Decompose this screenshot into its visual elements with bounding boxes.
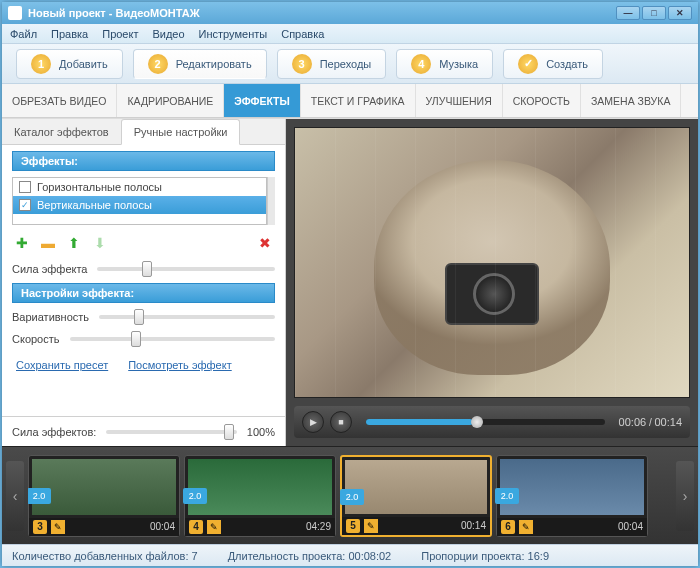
transition-badge[interactable]: 2.0 — [28, 488, 51, 504]
view-effect-link[interactable]: Посмотреть эффект — [128, 359, 232, 371]
move-up-icon[interactable]: ⬆ — [66, 235, 82, 251]
save-preset-link[interactable]: Сохранить пресет — [16, 359, 108, 371]
badge-2: 2 — [148, 54, 168, 74]
subtab-effects[interactable]: ЭФФЕКТЫ — [224, 84, 300, 117]
effect-label: Горизонтальные полосы — [37, 181, 162, 193]
transition-badge[interactable]: 2.0 — [340, 489, 364, 505]
move-down-icon[interactable]: ⬇ — [92, 235, 108, 251]
timeline-next-button[interactable]: › — [676, 461, 694, 531]
stop-button[interactable]: ■ — [330, 411, 352, 433]
edit-icon[interactable]: ✎ — [364, 519, 378, 533]
window-title: Новый проект - ВидеоМОНТАЖ — [28, 7, 200, 19]
subtab-text-graphics[interactable]: ТЕКСТ И ГРАФИКА — [301, 84, 416, 117]
play-button[interactable]: ▶ — [302, 411, 324, 433]
strength-slider[interactable] — [97, 267, 275, 271]
checkbox-checked-icon[interactable]: ✓ — [19, 199, 31, 211]
tab-create-label: Создать — [546, 58, 588, 70]
slider-thumb[interactable] — [224, 424, 234, 440]
tab-edit[interactable]: 2Редактировать — [133, 49, 267, 79]
clip-duration: 00:04 — [618, 521, 643, 532]
player-controls: ▶ ■ 00:06 / 00:14 — [294, 406, 690, 438]
clip-duration: 04:29 — [306, 521, 331, 532]
lp-tab-manual[interactable]: Ручные настройки — [121, 119, 241, 145]
tab-create[interactable]: ✓Создать — [503, 49, 603, 79]
badge-4: 4 — [411, 54, 431, 74]
clips-container: 2.0 3✎00:04 2.0 4✎04:29 2.0 ★ 5✎00:14 2.… — [28, 455, 672, 537]
subtab-enhancements[interactable]: УЛУЧШЕНИЯ — [416, 84, 503, 117]
close-button[interactable]: ✕ — [668, 6, 692, 20]
scrollbar[interactable] — [267, 177, 275, 225]
checkbox-icon[interactable] — [19, 181, 31, 193]
badge-3: 3 — [292, 54, 312, 74]
tab-music[interactable]: 4Музыка — [396, 49, 493, 79]
clip-3[interactable]: 2.0 3✎00:04 — [28, 455, 180, 537]
status-duration: Длительность проекта: 00:08:02 — [228, 550, 392, 562]
lp-tab-catalog[interactable]: Каталог эффектов — [2, 119, 121, 144]
effects-toolbar: ✚ ▬ ⬆ ⬇ ✖ — [12, 231, 275, 255]
slider-thumb[interactable] — [142, 261, 152, 277]
clip-number: 5 — [346, 519, 360, 533]
menu-edit[interactable]: Правка — [51, 28, 88, 40]
clip-duration: 00:04 — [150, 521, 175, 532]
tab-transitions-label: Переходы — [320, 58, 372, 70]
minimize-button[interactable]: — — [616, 6, 640, 20]
clip-number: 3 — [33, 520, 47, 534]
video-preview — [294, 127, 690, 398]
left-panel-tabs: Каталог эффектов Ручные настройки — [2, 119, 285, 145]
menu-project[interactable]: Проект — [102, 28, 138, 40]
remove-icon[interactable]: ▬ — [40, 235, 56, 251]
tab-add-label: Добавить — [59, 58, 108, 70]
edit-icon[interactable]: ✎ — [207, 520, 221, 534]
clip-number: 6 — [501, 520, 515, 534]
delete-icon[interactable]: ✖ — [257, 235, 273, 251]
effect-vertical-stripes[interactable]: ✓Вертикальные полосы — [13, 196, 266, 214]
clip-6[interactable]: 2.0 6✎00:04 — [496, 455, 648, 537]
speed-label: Скорость — [12, 333, 60, 345]
clip-number: 4 — [189, 520, 203, 534]
edit-icon[interactable]: ✎ — [519, 520, 533, 534]
transition-badge[interactable]: 2.0 — [495, 488, 519, 504]
subtab-replace-audio[interactable]: ЗАМЕНА ЗВУКА — [581, 84, 681, 117]
edit-icon[interactable]: ✎ — [51, 520, 65, 534]
menu-help[interactable]: Справка — [281, 28, 324, 40]
seek-bar[interactable] — [366, 419, 605, 425]
variability-slider[interactable] — [99, 315, 275, 319]
speed-slider[interactable] — [70, 337, 275, 341]
menu-tools[interactable]: Инструменты — [199, 28, 268, 40]
time-display: 00:06 / 00:14 — [619, 416, 682, 428]
timeline-prev-button[interactable]: ‹ — [6, 461, 24, 531]
slider-thumb[interactable] — [131, 331, 141, 347]
menubar: Файл Правка Проект Видео Инструменты Спр… — [2, 24, 698, 44]
overall-strength-value: 100% — [247, 426, 275, 438]
slider-thumb[interactable] — [134, 309, 144, 325]
status-files: Количество добавленных файлов: 7 — [12, 550, 198, 562]
app-icon — [8, 6, 22, 20]
statusbar: Количество добавленных файлов: 7 Длитель… — [2, 544, 698, 566]
badge-1: 1 — [31, 54, 51, 74]
clip-duration: 00:14 — [461, 520, 486, 531]
overall-strength-label: Сила эффектов: — [12, 426, 96, 438]
effects-list[interactable]: Горизонтальные полосы ✓Вертикальные поло… — [12, 177, 267, 225]
status-proportions: Пропорции проекта: 16:9 — [421, 550, 549, 562]
tab-add[interactable]: 1Добавить — [16, 49, 123, 79]
overall-strength-slider[interactable] — [106, 430, 236, 434]
subtab-crop-video[interactable]: ОБРЕЗАТЬ ВИДЕО — [2, 84, 117, 117]
tab-transitions[interactable]: 3Переходы — [277, 49, 387, 79]
subtab-framing[interactable]: КАДРИРОВАНИЕ — [117, 84, 224, 117]
menu-file[interactable]: Файл — [10, 28, 37, 40]
subtab-speed[interactable]: СКОРОСТЬ — [503, 84, 581, 117]
transition-badge[interactable]: 2.0 — [183, 488, 207, 504]
clip-4[interactable]: 2.0 4✎04:29 — [184, 455, 336, 537]
tab-edit-label: Редактировать — [176, 58, 252, 70]
menu-video[interactable]: Видео — [152, 28, 184, 40]
tab-music-label: Музыка — [439, 58, 478, 70]
sub-tabs: ОБРЕЗАТЬ ВИДЕО КАДРИРОВАНИЕ ЭФФЕКТЫ ТЕКС… — [2, 84, 698, 118]
clip-5[interactable]: 2.0 ★ 5✎00:14 — [340, 455, 492, 537]
badge-check-icon: ✓ — [518, 54, 538, 74]
titlebar: Новый проект - ВидеоМОНТАЖ — □ ✕ — [2, 2, 698, 24]
effect-horizontal-stripes[interactable]: Горизонтальные полосы — [13, 178, 266, 196]
seek-thumb[interactable] — [471, 416, 483, 428]
maximize-button[interactable]: □ — [642, 6, 666, 20]
timeline: ‹ 2.0 3✎00:04 2.0 4✎04:29 2.0 ★ 5✎00:14 … — [2, 446, 698, 544]
add-icon[interactable]: ✚ — [14, 235, 30, 251]
